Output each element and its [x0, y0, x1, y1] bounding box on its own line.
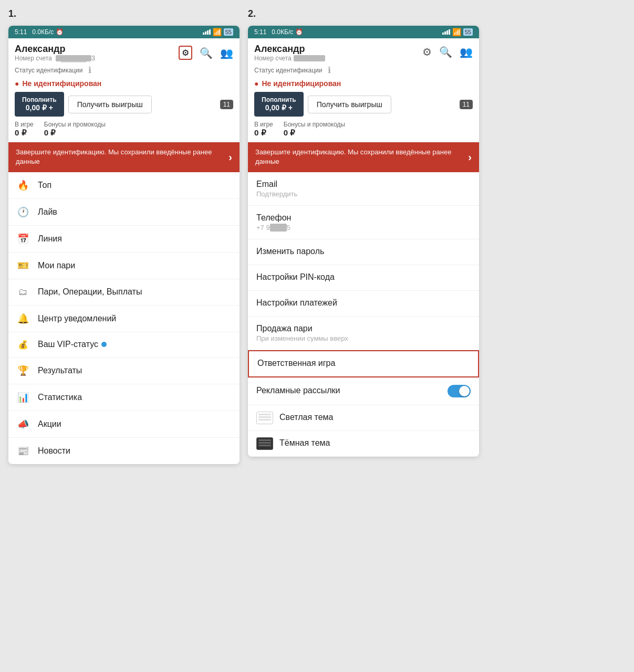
banner-text-2: Завершите идентификацию. Мы сохранили вв… [255, 148, 468, 166]
banner-arrow-icon-2: › [468, 151, 472, 163]
status-bar-right-2: 📶 55 [442, 28, 473, 36]
user-info-2: Александр Номер счета [254, 44, 325, 62]
status-dot-1: ● [15, 79, 19, 88]
identification-banner-2[interactable]: Завершите идентификацию. Мы сохранили вв… [248, 142, 479, 172]
bet-sale-subtitle: При изменении суммы вверх [256, 334, 471, 342]
bell-icon: 🔔 [16, 313, 30, 324]
screen2: 5:11 0.0КБ/с ⏰ 📶 55 [248, 26, 479, 457]
stat-bonus-1: Бонусы и промокоды 0 ₽ [44, 121, 106, 138]
settings-email[interactable]: Email Подтвердить [248, 172, 479, 206]
menu-item-vip[interactable]: 💰 Ваш VIP-статус [8, 332, 240, 358]
menu-item-top[interactable]: 🔥 Топ [8, 172, 240, 199]
promo-emails-toggle[interactable] [448, 385, 471, 397]
menu-item-results[interactable]: 🏆 Результаты [8, 358, 240, 384]
menu-label-vip: Ваш VIP-статус [38, 340, 98, 349]
dark-theme-icon [256, 437, 273, 450]
settings-pin[interactable]: Настройки PIN-кода [248, 265, 479, 291]
account-number-2: Номер счета [254, 55, 325, 62]
screen1: 5:11 0.0КБ/с ⏰ 📶 55 [8, 26, 240, 464]
status-bar-right-1: 📶 55 [203, 28, 233, 36]
status-row-2: Статус идентификации ℹ [254, 65, 473, 75]
status-bar-left-2: 5:11 0.0КБ/с ⏰ [254, 28, 303, 36]
winnings-button-1[interactable]: Получить выигрыш [68, 96, 152, 113]
menu-item-promotions[interactable]: 📣 Акции [8, 411, 240, 438]
pin-title: Настройки PIN-кода [256, 272, 471, 282]
signal-icon-2 [442, 29, 450, 35]
header-icons-2: ⚙ 🔍 👥 [422, 46, 473, 58]
settings-change-password[interactable]: Изменить пароль [248, 239, 479, 265]
header-1: Александр Номер счета ▓▓▓▓▓▓3 ⚙ 🔍 👥 Стат… [8, 38, 240, 142]
user-name-1: Александр [15, 44, 95, 55]
winnings-button-2[interactable]: Получить выигрыш [308, 96, 391, 113]
identification-banner-1[interactable]: Завершите идентификацию. Мы сохранили вв… [8, 142, 240, 172]
user-name-2: Александр [254, 44, 325, 55]
menu-item-live[interactable]: 🕐 Лайв [8, 199, 240, 226]
menu-item-stats[interactable]: 📊 Статистика [8, 384, 240, 411]
user-info-1: Александр Номер счета ▓▓▓▓▓▓3 [15, 44, 95, 62]
settings-icon[interactable]: ⚙ [179, 46, 192, 60]
phone-subtitle: +7 95 [256, 224, 471, 232]
settings-payments[interactable]: Настройки платежей [248, 291, 479, 317]
replenish-button-1[interactable]: Пополнить 0,00 ₽ + [15, 92, 64, 117]
settings-bet-sale[interactable]: Продажа пари При изменении суммы вверх [248, 317, 479, 350]
phone-title: Телефон [256, 213, 471, 223]
light-theme-icon [256, 412, 273, 424]
search-icon-2[interactable]: 🔍 [439, 46, 452, 58]
dark-theme-label: Тёмная тема [279, 438, 330, 448]
header-icons-1: ⚙ 🔍 👥 [179, 46, 233, 60]
balance-row-1: Пополнить 0,00 ₽ + Получить выигрыш 11 [15, 92, 233, 117]
info-icon-2[interactable]: ℹ [328, 65, 331, 75]
menu-item-line[interactable]: 📅 Линия [8, 226, 240, 253]
theme-light[interactable]: Светлая тема [248, 405, 479, 431]
menu-label-operations: Пари, Операции, Выплаты [38, 287, 142, 297]
menu-label-notifications: Центр уведомлений [38, 314, 116, 323]
theme-dark[interactable]: Тёмная тема [248, 431, 479, 457]
menu-label-news: Новости [38, 446, 70, 456]
menu-item-my-bets[interactable]: 🎫 Мои пари [8, 253, 240, 279]
menu-list-1: 🔥 Топ 🕐 Лайв 📅 Линия 🎫 Мои пари 🗂 [8, 172, 240, 464]
not-identified-2: Не идентифицирован [262, 79, 341, 88]
replenish-button-2[interactable]: Пополнить 0,00 ₽ + [254, 92, 304, 117]
settings-phone[interactable]: Телефон +7 95 [248, 206, 479, 239]
settings-list: Email Подтвердить Телефон +7 95 Изменить… [248, 172, 479, 457]
stat-in-game-1: В игре 0 ₽ [15, 121, 34, 138]
banner-text-1: Завершите идентификацию. Мы сохранили вв… [16, 148, 228, 166]
banner-arrow-icon-1: › [228, 151, 232, 163]
chart-icon: 📊 [16, 392, 30, 403]
calendar-icon: 📅 [16, 233, 30, 245]
account-number-1: Номер счета ▓▓▓▓▓▓3 [15, 55, 95, 62]
menu-label-stats: Статистика [38, 393, 82, 402]
time-1: 5:11 [15, 28, 27, 36]
info-icon-1[interactable]: ℹ [88, 65, 91, 75]
trophy-icon: 🏆 [16, 365, 30, 376]
status-bar-2: 5:11 0.0КБ/с ⏰ 📶 55 [248, 26, 479, 38]
settings-promo-emails[interactable]: Рекламные рассылки [248, 377, 479, 405]
balance-row-2: Пополнить 0,00 ₽ + Получить выигрыш 11 [254, 92, 473, 117]
menu-item-news[interactable]: 📰 Новости [8, 438, 240, 464]
search-icon[interactable]: 🔍 [200, 47, 213, 59]
menu-label-results: Результаты [38, 366, 82, 375]
account-icon[interactable]: 👥 [220, 47, 233, 59]
time-2: 5:11 [254, 28, 266, 36]
battery-icon: 55 [224, 28, 233, 36]
clock-icon: 🕐 [16, 206, 30, 218]
vip-dot [101, 342, 107, 347]
menu-label-my-bets: Мои пари [38, 261, 75, 270]
percent-icon: 💰 [16, 340, 30, 350]
bet-sale-title: Продажа пари [256, 324, 471, 333]
menu-item-operations[interactable]: 🗂 Пари, Операции, Выплаты [8, 279, 240, 306]
stat-bonus-2: Бонусы и промокоды 0 ₽ [284, 121, 345, 138]
wifi-icon-2: 📶 [452, 28, 461, 36]
status-row-1: Статус идентификации ℹ [15, 65, 233, 75]
promo-emails-title: Рекламные рассылки [256, 386, 340, 395]
settings-responsible-game[interactable]: Ответственная игра [248, 350, 479, 377]
change-password-title: Изменить пароль [256, 247, 471, 256]
header-2: Александр Номер счета ⚙ 🔍 👥 Статус идент… [248, 38, 479, 142]
speed-1: 0.0КБ/с [32, 28, 54, 36]
account-icon-2[interactable]: 👥 [460, 46, 473, 58]
status-label-1: Статус идентификации [15, 67, 83, 74]
settings-icon-2[interactable]: ⚙ [422, 46, 432, 58]
status-bar-left-1: 5:11 0.0КБ/с ⏰ [15, 28, 64, 36]
screen1-label: 1. [8, 8, 240, 22]
menu-item-notifications[interactable]: 🔔 Центр уведомлений [8, 306, 240, 332]
